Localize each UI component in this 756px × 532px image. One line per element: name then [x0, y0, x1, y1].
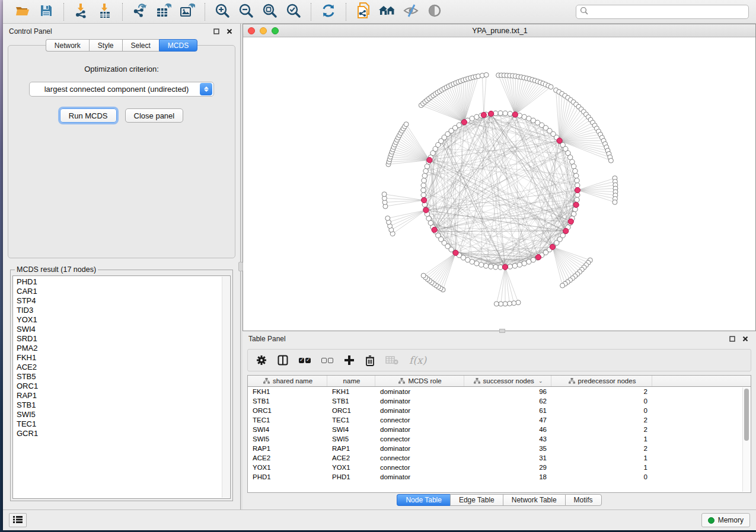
tab-motifs[interactable]: Motifs	[565, 494, 602, 506]
ring-node[interactable]	[508, 111, 512, 116]
mcds-result-item[interactable]: TEC1	[17, 419, 230, 429]
ring-node[interactable]	[573, 168, 578, 173]
tab-network-table[interactable]: Network Table	[503, 494, 565, 506]
leaf-node[interactable]	[548, 85, 553, 89]
leaf-node[interactable]	[608, 158, 613, 163]
column-header[interactable]: successor nodes⌄	[464, 376, 551, 386]
ring-node[interactable]	[573, 173, 578, 178]
leaf-node[interactable]	[560, 283, 565, 288]
ring-node[interactable]	[474, 114, 479, 119]
ring-node[interactable]	[426, 216, 431, 221]
show-columns-button[interactable]	[277, 353, 288, 367]
open-session-button[interactable]	[14, 4, 31, 20]
ring-node[interactable]	[508, 264, 512, 269]
window-minimize-icon[interactable]	[260, 27, 267, 34]
delete-button[interactable]	[365, 353, 375, 367]
memory-button[interactable]: Memory	[701, 513, 750, 527]
leaf-node[interactable]	[404, 122, 409, 127]
table-row[interactable]: ACE2ACE2connector311	[248, 453, 751, 463]
ring-node[interactable]	[425, 164, 429, 169]
table-row[interactable]: FKH1FKH1dominator962	[248, 387, 751, 396]
table-row[interactable]: ORC1ORC1dominator610	[248, 406, 751, 415]
zoom-out-button[interactable]	[237, 4, 255, 20]
mcds-result-item[interactable]: FKH1	[17, 353, 230, 363]
ring-node[interactable]	[422, 178, 426, 183]
ring-node[interactable]	[503, 111, 508, 116]
ring-node[interactable]	[575, 193, 580, 197]
delete-table-button[interactable]	[385, 353, 398, 367]
ring-node[interactable]	[571, 164, 576, 169]
leaf-node[interactable]	[503, 302, 508, 306]
leaf-node[interactable]	[484, 72, 489, 77]
table-row[interactable]: SWI5SWI5connector431	[248, 434, 751, 444]
ring-node[interactable]	[570, 159, 575, 164]
window-close-icon[interactable]	[248, 27, 255, 34]
close-panel-button[interactable]: Close panel	[125, 108, 184, 123]
ring-node[interactable]	[571, 211, 576, 216]
ring-node[interactable]	[522, 114, 527, 119]
leaf-node[interactable]	[499, 302, 503, 306]
tab-edge-table[interactable]: Edge Table	[450, 494, 503, 506]
close-panel-icon[interactable]	[225, 27, 234, 36]
zoom-selected-button[interactable]	[285, 4, 302, 20]
mcds-result-item[interactable]: TID3	[17, 306, 230, 315]
ring-node[interactable]	[522, 261, 527, 265]
horizontal-splitter-grip[interactable]	[499, 329, 505, 333]
mcds-dominator-node[interactable]	[512, 112, 518, 117]
float-table-panel-icon[interactable]	[728, 334, 737, 344]
ring-node[interactable]	[575, 178, 579, 183]
mcds-dominator-node[interactable]	[563, 228, 569, 233]
network-overview-button[interactable]	[378, 4, 396, 20]
mcds-result-item[interactable]: SRD1	[17, 334, 230, 344]
import-table-button[interactable]	[96, 4, 114, 20]
export-table-button[interactable]	[155, 4, 173, 20]
unselect-all-button[interactable]	[321, 353, 333, 367]
mcds-result-item[interactable]: PMA2	[17, 344, 230, 353]
task-history-button[interactable]	[9, 513, 27, 527]
mcds-result-item[interactable]: ACE2	[17, 363, 230, 372]
table-row[interactable]: PHD1PHD1dominator180	[248, 472, 751, 482]
mcds-result-item[interactable]: STB5	[17, 372, 230, 382]
column-header[interactable]: name	[327, 376, 375, 386]
table-settings-button[interactable]	[256, 353, 267, 367]
mcds-result-item[interactable]: RAP1	[17, 391, 230, 400]
export-image-button[interactable]	[178, 4, 196, 20]
import-network-button[interactable]	[72, 4, 90, 20]
table-row[interactable]: TEC1TEC1connector472	[248, 415, 751, 425]
optimization-criterion-select[interactable]: largest connected component (undirected)	[29, 82, 214, 97]
mcds-result-item[interactable]: SWI5	[17, 410, 230, 419]
ring-node[interactable]	[479, 262, 483, 267]
mcds-dominator-node[interactable]	[550, 244, 555, 249]
leaf-node[interactable]	[382, 192, 387, 197]
ring-node[interactable]	[527, 259, 531, 264]
mcds-result-item[interactable]: STP4	[17, 296, 230, 306]
tab-network[interactable]: Network	[46, 39, 89, 52]
ring-node[interactable]	[470, 116, 474, 121]
mcds-dominator-node[interactable]	[481, 112, 486, 117]
mcds-result-item[interactable]: GCR1	[17, 429, 230, 438]
window-maximize-icon[interactable]	[272, 27, 279, 34]
add-button[interactable]	[344, 353, 355, 367]
mcds-dominator-node[interactable]	[432, 227, 437, 232]
function-builder-button[interactable]: f(x)	[409, 353, 426, 367]
ring-node[interactable]	[575, 197, 579, 202]
mcds-dominator-node[interactable]	[573, 202, 579, 207]
tab-mcds[interactable]: MCDS	[159, 39, 197, 52]
leaf-node[interactable]	[507, 301, 512, 306]
hide-selected-button[interactable]	[402, 4, 420, 20]
table-row[interactable]: SWI4SWI4dominator462	[248, 425, 751, 434]
ring-node[interactable]	[493, 265, 498, 270]
mcds-dominator-node[interactable]	[575, 187, 580, 193]
tab-node-table[interactable]: Node Table	[397, 494, 450, 506]
ring-node[interactable]	[474, 261, 479, 265]
network-window-titlebar[interactable]: YPA_prune.txt_1	[243, 24, 755, 37]
mcds-result-item[interactable]: ORC1	[17, 382, 230, 391]
mcds-dominator-node[interactable]	[557, 138, 562, 143]
ring-node[interactable]	[421, 193, 426, 197]
mcds-result-item[interactable]: CAR1	[17, 287, 230, 296]
mcds-result-item[interactable]: SWI4	[17, 325, 230, 334]
mcds-dominator-node[interactable]	[422, 197, 427, 203]
table-row[interactable]: RAP1RAP1dominator352	[248, 444, 751, 453]
refresh-button[interactable]	[320, 4, 337, 20]
run-mcds-button[interactable]: Run MCDS	[60, 108, 117, 123]
